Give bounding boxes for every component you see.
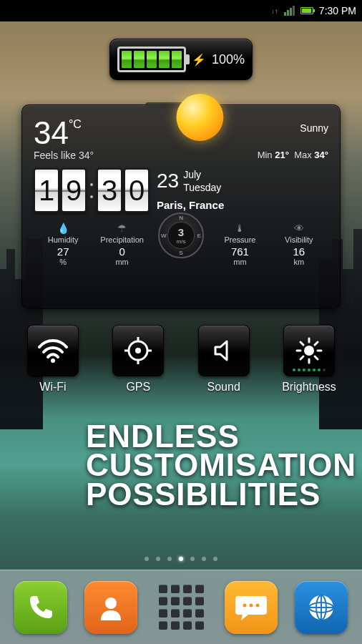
chat-icon (234, 593, 268, 622)
precip-meter: ☂ Precipitation 0 mm (92, 223, 151, 266)
page-indicator[interactable] (145, 557, 217, 561)
svg-point-18 (250, 603, 253, 607)
compass-icon: N S W E 3m/s (158, 213, 204, 258)
condition-label: Sunny (300, 122, 328, 134)
feels-like: Feels like 34° (34, 150, 94, 161)
flip-clock: 1 9 3 0 (34, 168, 150, 213)
quick-toggles: Wi-Fi GPS Sound (20, 325, 342, 394)
globe-icon (305, 592, 337, 623)
droplet-icon: 💧 (34, 223, 92, 234)
sun-icon (176, 94, 223, 141)
signal-icon (284, 6, 295, 16)
browser-app[interactable] (295, 581, 348, 634)
app-drawer[interactable] (155, 581, 207, 634)
svg-line-15 (300, 356, 303, 359)
contacts-app[interactable] (84, 581, 137, 634)
status-time: 7:30 PM (319, 5, 356, 16)
location: Paris, France (157, 198, 224, 213)
person-icon (95, 592, 127, 623)
sound-label: Sound (191, 381, 257, 394)
gps-icon (124, 336, 152, 365)
data-icon: ↓↑ (271, 7, 278, 15)
min-max: Min 21° Max 34° (258, 150, 328, 161)
wifi-icon (38, 338, 68, 363)
gps-toggle[interactable] (112, 325, 164, 376)
svg-point-2 (135, 348, 141, 353)
weather-widget[interactable]: 34°C Sunny Feels like 34° Min 21° Max 34… (21, 104, 341, 309)
svg-point-0 (51, 358, 55, 363)
visibility-meter: 👁 Visibility 16 km (270, 223, 328, 266)
umbrella-icon: ☂ (92, 223, 151, 234)
phone-app[interactable] (14, 581, 67, 634)
svg-line-14 (315, 342, 318, 345)
date-block: 23 July Tuesday Paris, France (157, 168, 224, 213)
battery-percent: 100% (212, 52, 245, 67)
brightness-label: Brightness (276, 381, 342, 394)
wind-meter: N S W E 3m/s (152, 223, 210, 266)
battery-level-icon (117, 47, 186, 72)
status-bar: ↓↑ 7:30 PM (0, 0, 362, 21)
wifi-toggle[interactable] (27, 325, 79, 376)
current-temp: 34°C (34, 115, 82, 151)
phone-icon (25, 592, 57, 623)
gps-label: GPS (105, 381, 171, 394)
battery-widget[interactable]: ⚡ 100% (109, 39, 253, 80)
svg-line-13 (315, 356, 318, 359)
eye-icon: 👁 (270, 223, 328, 234)
wifi-label: Wi-Fi (20, 381, 86, 394)
battery-icon (300, 7, 313, 14)
thermometer-icon: 🌡 (210, 223, 269, 234)
grid-icon (159, 585, 204, 630)
svg-line-12 (300, 342, 303, 345)
humidity-meter: 💧 Humidity 27 % (34, 223, 92, 266)
brightness-toggle[interactable] (283, 325, 335, 376)
messages-app[interactable] (225, 581, 278, 634)
pressure-meter: 🌡 Pressure 761 mm (210, 223, 269, 266)
svg-point-19 (256, 603, 260, 607)
svg-point-7 (304, 346, 314, 356)
speaker-icon (211, 338, 237, 364)
promo-text: ENDLESS CUSTOMISATION POSSIBILITIES (86, 422, 356, 509)
svg-point-16 (105, 597, 117, 609)
charging-icon: ⚡ (192, 53, 206, 67)
brightness-icon (295, 336, 323, 365)
brightness-level (293, 369, 326, 371)
sound-toggle[interactable] (198, 325, 250, 376)
svg-point-17 (243, 603, 247, 607)
dock (0, 570, 362, 644)
